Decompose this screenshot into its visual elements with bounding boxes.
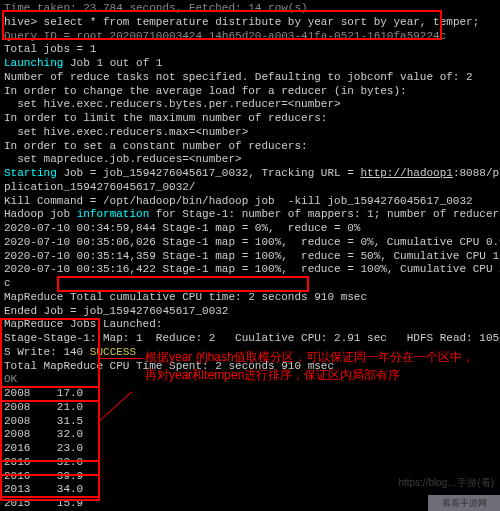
progress-line: 2020-07-10 00:34:59,844 Stage-1 map = 0%…: [4, 222, 496, 236]
terminal-output: Time taken: 23.784 seconds, Fetched: 14 …: [4, 2, 496, 511]
progress-line: c: [4, 277, 496, 291]
table-row: 2008 17.0: [4, 387, 496, 401]
hive-prompt: hive>: [4, 16, 44, 28]
starting-line-2: plication_1594276045617_0032/: [4, 181, 496, 195]
hive-query-line[interactable]: hive> select * from temperature distribu…: [4, 16, 496, 30]
launching-line: Launching Job 1 out of 1: [4, 57, 496, 71]
table-row: 2016 32.0: [4, 456, 496, 470]
progress-line: 2020-07-10 00:35:16,422 Stage-1 map = 10…: [4, 263, 496, 277]
table-row: 2015 15.9: [4, 497, 496, 511]
hint-line: set hive.exec.reducers.max=<number>: [4, 126, 496, 140]
launching-word: Launching: [4, 57, 63, 69]
jobs-launched: MapReduce Jobs Launched:: [4, 318, 496, 332]
hint-line: set hive.exec.reducers.bytes.per.reducer…: [4, 98, 496, 112]
hint-line: In order to set a constant number of red…: [4, 140, 496, 154]
hint-line: set mapreduce.job.reduces=<number>: [4, 153, 496, 167]
total-cpu-spent: Total MapReduce CPU Time Spent: 2 second…: [4, 360, 496, 374]
total-jobs: Total jobs = 1: [4, 43, 496, 57]
mapreduce-total: MapReduce Total cumulative CPU time: 2 s…: [4, 291, 496, 305]
table-row: 2008 32.0: [4, 428, 496, 442]
kill-command: Kill Command = /opt/hadoop/bin/hadoop jo…: [4, 195, 496, 209]
hint-line: In order to change the average load for …: [4, 85, 496, 99]
progress-line: 2020-07-10 00:35:14,359 Stage-1 map = 10…: [4, 250, 496, 264]
success-label: SUCCESS: [90, 346, 136, 358]
hint-line: In order to limit the maximum number of …: [4, 112, 496, 126]
starting-line: Starting Job = job_1594276045617_0032, T…: [4, 167, 496, 181]
query-id-line: Query ID = root_20200710003424_14b65d20-…: [4, 30, 496, 44]
hadoop-info-line: Hadoop job information for Stage-1: numb…: [4, 208, 496, 222]
stage-summary: Stage-Stage-1: Map: 1 Reduce: 2 Cuulativ…: [4, 332, 496, 346]
table-row: 2008 31.5: [4, 415, 496, 429]
sql-text: select * from temperature distribute by …: [44, 16, 480, 28]
swrite-line: S Write: 140 SUCCESS: [4, 346, 496, 360]
ended-job: Ended Job = job_1594276045617_0032: [4, 305, 496, 319]
time-taken-line: Time taken: 23.784 seconds, Fetched: 14 …: [4, 2, 496, 16]
table-row: 2016 39.9: [4, 470, 496, 484]
tracking-url[interactable]: http://hadoop1: [360, 167, 452, 179]
progress-line: 2020-07-10 00:35:06,026 Stage-1 map = 10…: [4, 236, 496, 250]
reduce-tasks-line: Number of reduce tasks not specified. De…: [4, 71, 496, 85]
table-row: 2013 34.0: [4, 483, 496, 497]
table-row: 2016 23.0: [4, 442, 496, 456]
result-rows: 2008 17.02008 21.02008 31.52008 32.02016…: [4, 387, 496, 511]
table-row: 2008 21.0: [4, 401, 496, 415]
ok-line: OK: [4, 373, 496, 387]
